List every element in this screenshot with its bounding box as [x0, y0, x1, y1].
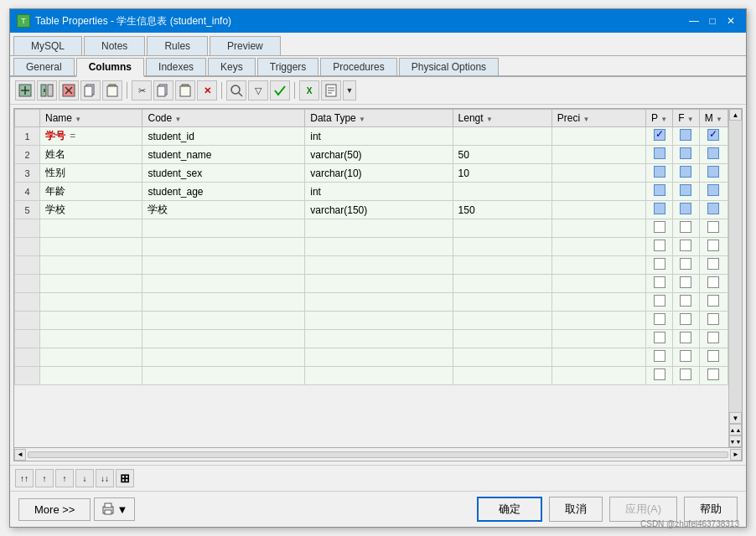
close-button[interactable]: ✕ [722, 13, 739, 29]
cell-m-5[interactable] [699, 201, 728, 219]
cell-type-5[interactable]: varchar(150) [305, 201, 453, 219]
cancel-button[interactable]: 取消 [549, 497, 603, 522]
tab-indexes[interactable]: Indexes [146, 58, 206, 75]
checkbox-f-5[interactable] [680, 203, 691, 214]
nav-up-button[interactable]: ↑ [35, 469, 54, 487]
cell-code-4[interactable]: student_age [142, 183, 305, 201]
cell-code-3[interactable]: student_sex [142, 164, 305, 183]
vertical-scrollbar[interactable]: ▲ ▼ ▲▲ ▼▼ [728, 109, 742, 447]
tab-procedures[interactable]: Procedures [320, 58, 396, 75]
checkbox-m-1[interactable] [707, 129, 719, 141]
report-button[interactable] [321, 80, 341, 100]
cell-length-1[interactable] [453, 127, 551, 146]
minimize-button[interactable]: — [686, 13, 702, 29]
cell-name-1[interactable]: 学号 = [40, 127, 142, 146]
table-row[interactable]: 5 学校 学校 varchar(150) 150 [15, 201, 728, 219]
checkbox-m-4[interactable] [707, 184, 719, 196]
insert-col-button[interactable] [37, 80, 57, 100]
cell-name-5[interactable]: 学校 [40, 201, 142, 219]
cell-m-3[interactable] [699, 164, 728, 183]
scroll-down-button[interactable]: ▼ [729, 412, 742, 424]
copy-col-button[interactable] [80, 80, 101, 100]
cell-f-4[interactable] [673, 183, 700, 201]
table-row[interactable]: 3 性别 student_sex varchar(10) 10 [15, 164, 728, 183]
cell-length-2[interactable]: 50 [453, 146, 551, 164]
paste-button[interactable] [175, 80, 195, 100]
cell-preci-2[interactable] [551, 146, 645, 164]
delete-col-button[interactable] [59, 80, 79, 100]
checkbox-empty[interactable] [707, 221, 719, 233]
apply-button[interactable]: 应用(A) [609, 497, 677, 522]
cell-p-5[interactable] [646, 201, 673, 219]
cell-p-2[interactable] [646, 146, 673, 164]
cell-length-3[interactable]: 10 [453, 164, 551, 183]
checkbox-empty[interactable] [680, 221, 691, 233]
cell-name-3[interactable]: 性别 [40, 164, 142, 183]
table-row[interactable]: 4 年龄 student_age int [15, 183, 728, 201]
cell-preci-5[interactable] [551, 201, 645, 219]
cell-code-5[interactable]: 学校 [142, 201, 305, 219]
tab-notes[interactable]: Notes [84, 36, 145, 55]
checkbox-f-3[interactable] [680, 166, 691, 178]
tab-physical[interactable]: Physical Options [399, 58, 499, 75]
cell-preci-3[interactable] [551, 164, 645, 183]
col-header-name[interactable]: Name ▼ [40, 110, 142, 127]
cell-name-4[interactable]: 年龄 [40, 183, 142, 201]
cell-f-2[interactable] [673, 146, 700, 164]
filter-button[interactable]: ▽ [248, 80, 268, 100]
table-row[interactable]: 1 学号 = student_id int [15, 127, 728, 146]
scroll-up-button[interactable]: ▲ [729, 109, 742, 121]
col-header-p[interactable]: P ▼ [646, 110, 673, 127]
copy-button[interactable] [153, 80, 173, 100]
tab-triggers[interactable]: Triggers [257, 58, 319, 75]
col-header-code[interactable]: Code ▼ [142, 110, 305, 127]
checkbox-f-2[interactable] [680, 147, 691, 159]
scroll-top-button[interactable]: ▲▲ [729, 424, 742, 436]
paste-col-button[interactable] [102, 80, 122, 100]
cell-f-5[interactable] [673, 201, 700, 219]
tab-columns[interactable]: Columns [76, 58, 144, 77]
checkbox-p-1[interactable] [654, 129, 665, 141]
table-row[interactable]: 2 姓名 student_name varchar(50) 50 [15, 146, 728, 164]
cell-f-3[interactable] [673, 164, 700, 183]
check-button[interactable] [270, 80, 290, 100]
cut-button[interactable]: ✂ [132, 80, 152, 100]
scroll-left-button[interactable]: ◄ [14, 449, 26, 461]
scroll-bottom-button[interactable]: ▼▼ [729, 436, 742, 447]
tab-preview[interactable]: Preview [210, 36, 281, 55]
checkbox-m-3[interactable] [707, 166, 719, 178]
nav-down-button[interactable]: ↓ [75, 469, 94, 487]
cell-length-5[interactable]: 150 [453, 201, 551, 219]
cell-p-3[interactable] [646, 164, 673, 183]
tab-general[interactable]: General [13, 58, 75, 75]
cell-preci-1[interactable] [551, 127, 645, 146]
horizontal-scrollbar[interactable]: ◄ ► [14, 447, 742, 461]
cell-code-1[interactable]: student_id [142, 127, 305, 146]
cell-p-4[interactable] [646, 183, 673, 201]
tab-keys[interactable]: Keys [208, 58, 256, 75]
cell-f-1[interactable] [673, 127, 700, 146]
more-dropdown-button[interactable]: ▼ [343, 80, 356, 100]
checkbox-f-4[interactable] [680, 184, 691, 196]
new-col-button[interactable] [15, 80, 35, 100]
cell-m-4[interactable] [699, 183, 728, 201]
checkbox-p-5[interactable] [654, 203, 665, 214]
table-scroll[interactable]: Name ▼ Code ▼ Data Type ▼ [14, 109, 742, 447]
col-header-precision[interactable]: Preci ▼ [551, 110, 645, 127]
confirm-button[interactable]: 确定 [477, 497, 542, 522]
find-button[interactable] [226, 80, 246, 100]
checkbox-p-2[interactable] [654, 147, 665, 159]
cell-length-4[interactable] [453, 183, 551, 201]
cell-type-2[interactable]: varchar(50) [305, 146, 453, 164]
print-button[interactable]: ▼ [94, 497, 135, 521]
checkbox-m-2[interactable] [707, 147, 719, 159]
maximize-button[interactable]: □ [704, 13, 721, 29]
cell-preci-4[interactable] [551, 183, 645, 201]
col-header-f[interactable]: F ▼ [673, 110, 700, 127]
nav-first-button[interactable]: ↑↑ [15, 469, 34, 487]
checkbox-empty[interactable] [654, 221, 665, 233]
checkbox-f-1[interactable] [680, 129, 691, 141]
scroll-right-button[interactable]: ► [730, 449, 742, 461]
checkbox-m-5[interactable] [707, 203, 719, 214]
cell-name-2[interactable]: 姓名 [40, 146, 142, 164]
